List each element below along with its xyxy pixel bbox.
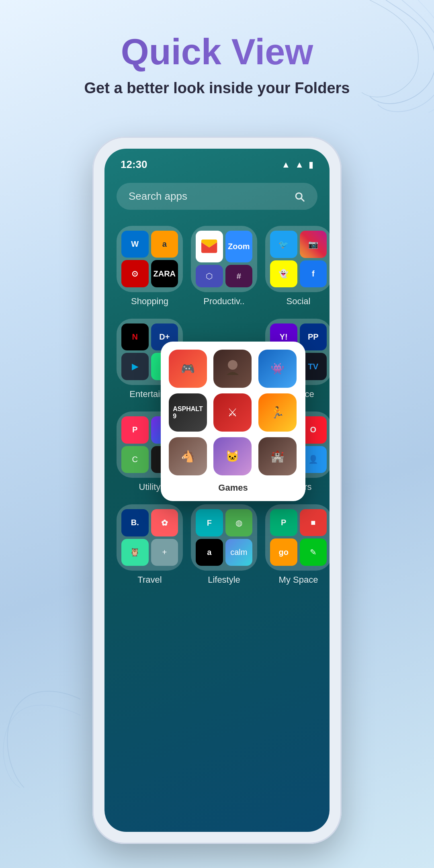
phone-mockup: 12:30 ▲ ▲ ▮ Search apps W — [92, 137, 342, 844]
wifi-icon: ▲ — [281, 160, 290, 170]
folder-social-label: Social — [287, 296, 311, 307]
page-subtitle: Get a better look inside your Folders — [0, 78, 434, 98]
status-icons: ▲ ▲ ▮ — [281, 160, 313, 170]
app-myspace1: P — [270, 509, 297, 536]
game-dungeon[interactable]: 🐴 — [169, 437, 207, 475]
app-amazon: a — [151, 231, 178, 258]
app-instagram: 📷 — [300, 231, 327, 258]
game-subway[interactable]: 🏃 — [258, 393, 297, 432]
search-placeholder: Search apps — [129, 190, 187, 203]
game-strategy[interactable]: 🏰 — [258, 437, 297, 475]
app-myspace3: go — [270, 538, 297, 566]
app-target: ⊙ — [121, 260, 149, 287]
game-shadow[interactable] — [213, 350, 252, 388]
app-myspace2: ■ — [300, 509, 327, 536]
app-adidas: a — [196, 539, 223, 566]
game-dead[interactable]: ⚔ — [213, 393, 252, 432]
folder-travel-label: Travel — [137, 575, 162, 585]
app-teams: ⬡ — [196, 265, 223, 287]
app-booking: B. — [121, 509, 149, 536]
battery-icon: ▮ — [309, 160, 313, 170]
app-clauncher: C — [121, 446, 149, 473]
app-myfit: ◍ — [225, 509, 253, 536]
folder-myspace-label: My Space — [279, 575, 318, 585]
app-calm: calm — [225, 539, 253, 566]
app-plus: + — [151, 539, 178, 566]
app-evernote: ✎ — [300, 538, 327, 566]
status-time: 12:30 — [121, 158, 147, 171]
folder-lifestyle-label: Lifestyle — [208, 575, 240, 585]
search-bar[interactable]: Search apps — [117, 183, 317, 210]
game-mario[interactable]: 🎮 — [169, 350, 207, 388]
app-airbnb: ✿ — [151, 509, 178, 536]
phone-screen: 12:30 ▲ ▲ ▮ Search apps W — [104, 149, 330, 832]
app-paypal: PP — [300, 323, 327, 350]
search-icon — [293, 190, 305, 203]
folder-productivity-label: Productiv.. — [203, 296, 244, 307]
folder-shopping-label: Shopping — [131, 296, 168, 307]
folder-travel[interactable]: B. ✿ 🦉 + Travel — [117, 504, 183, 585]
phone-frame: 12:30 ▲ ▲ ▮ Search apps W — [92, 137, 342, 844]
games-popup: 🎮 👾 ASPHALT9 ⚔ 🏃 🐴 🐱 🏰 Games — [161, 342, 305, 501]
folder-myspace[interactable]: P ■ go ✎ My Space — [265, 504, 330, 585]
app-picsart: P — [121, 416, 149, 444]
app-facebook: f — [300, 260, 327, 288]
app-twitter: 🐦 — [270, 231, 297, 258]
app-gmail — [196, 231, 223, 262]
svg-point-0 — [228, 360, 237, 370]
app-netflix: N — [121, 323, 149, 350]
app-zara: ZARA — [151, 260, 178, 287]
app-walmart: W — [121, 231, 149, 258]
app-slack: # — [225, 265, 253, 287]
app-fitbit: F — [196, 509, 223, 536]
header: Quick View Get a better look inside your… — [0, 0, 434, 98]
games-popup-label: Games — [169, 483, 297, 493]
game-squad[interactable]: 👾 — [258, 350, 297, 388]
app-prime: ▶ — [121, 353, 149, 380]
folder-lifestyle[interactable]: F ◍ a calm Lifestyle — [191, 504, 257, 585]
app-tripadvisor: 🦉 — [121, 539, 149, 566]
page-title: Quick View — [0, 32, 434, 72]
app-zoom: Zoom — [225, 231, 253, 262]
folder-social[interactable]: 🐦 📷 👻 f Social — [265, 226, 330, 307]
folder-productivity[interactable]: Zoom ⬡ # Productiv.. — [191, 226, 257, 307]
status-bar: 12:30 ▲ ▲ ▮ — [104, 149, 330, 175]
app-snapchat: 👻 — [270, 260, 297, 288]
deco-bottom-left — [0, 667, 80, 788]
game-asphalt[interactable]: ASPHALT9 — [169, 393, 207, 432]
folder-shopping[interactable]: W a ⊙ ZARA Shopping — [117, 226, 183, 307]
folder-utility-label: Utility — [139, 482, 161, 492]
signal-icon: ▲ — [295, 160, 304, 170]
game-gacha[interactable]: 🐱 — [213, 437, 252, 475]
